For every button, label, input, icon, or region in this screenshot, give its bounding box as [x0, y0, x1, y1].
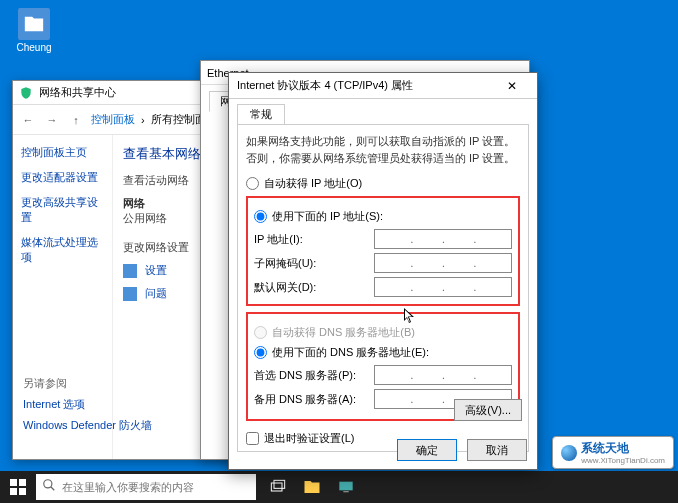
breadcrumb[interactable]: 控制面板 — [91, 112, 135, 127]
window-title: Internet 协议版本 4 (TCP/IPv4) 属性 — [237, 78, 495, 93]
gateway-input[interactable]: ... — [374, 277, 512, 297]
svg-rect-7 — [274, 480, 285, 488]
shield-icon — [19, 86, 33, 100]
close-button[interactable]: ✕ — [495, 76, 529, 96]
sidebar-media-stream[interactable]: 媒体流式处理选项 — [21, 235, 104, 265]
gateway-label: 默认网关(D): — [254, 280, 374, 295]
globe-icon — [561, 445, 577, 461]
forward-button[interactable]: → — [43, 111, 61, 129]
radio-auto-dns: 自动获得 DNS 服务器地址(B) — [254, 325, 512, 340]
ip-address-label: IP 地址(I): — [254, 232, 374, 247]
description-text: 如果网络支持此功能，则可以获取自动指派的 IP 设置。否则，你需要从网络系统管理… — [246, 133, 520, 166]
start-button[interactable] — [0, 471, 36, 503]
taskbar-search[interactable] — [36, 474, 256, 500]
alternate-dns-label: 备用 DNS 服务器(A): — [254, 392, 374, 407]
windows-icon — [10, 479, 26, 495]
watermark-url: www.XiTongTianDi.com — [581, 457, 665, 465]
watermark: 系统天地 www.XiTongTianDi.com — [552, 436, 674, 469]
radio-input[interactable] — [254, 210, 267, 223]
radio-input[interactable] — [246, 177, 259, 190]
ip-address-input[interactable]: ... — [374, 229, 512, 249]
preferred-dns-input[interactable]: ... — [374, 365, 512, 385]
see-also: 另请参阅 Internet 选项 Windows Defender 防火墙 — [23, 376, 152, 439]
svg-rect-8 — [339, 482, 352, 491]
settings-icon — [123, 264, 137, 278]
svg-rect-9 — [343, 491, 348, 492]
svg-rect-6 — [271, 483, 282, 491]
radio-input[interactable] — [254, 346, 267, 359]
back-button[interactable]: ← — [19, 111, 37, 129]
radio-label: 使用下面的 DNS 服务器地址(E): — [272, 345, 429, 360]
folder-icon — [18, 8, 50, 40]
folder-icon — [303, 478, 321, 496]
radio-label: 使用下面的 IP 地址(S): — [272, 209, 383, 224]
task-view-icon — [270, 479, 286, 495]
watermark-brand: 系统天地 — [581, 441, 629, 455]
desktop-icon-label: Cheung — [16, 42, 51, 53]
taskbar — [0, 471, 678, 503]
search-input[interactable] — [62, 481, 250, 493]
radio-auto-ip[interactable]: 自动获得 IP 地址(O) — [246, 176, 520, 191]
ok-button[interactable]: 确定 — [397, 439, 457, 461]
sidebar-advanced-sharing[interactable]: 更改高级共享设置 — [21, 195, 104, 225]
advanced-button[interactable]: 高级(V)... — [454, 399, 522, 421]
see-also-title: 另请参阅 — [23, 376, 152, 391]
window-titlebar[interactable]: Internet 协议版本 4 (TCP/IPv4) 属性 ✕ — [229, 73, 537, 99]
checkbox-label: 退出时验证设置(L) — [264, 431, 354, 446]
manual-ip-section: 使用下面的 IP 地址(S): IP 地址(I): ... 子网掩码(U): .… — [246, 196, 520, 306]
preferred-dns-label: 首选 DNS 服务器(P): — [254, 368, 374, 383]
sidebar-adapter-settings[interactable]: 更改适配器设置 — [21, 170, 104, 185]
checkbox-input[interactable] — [246, 432, 259, 445]
radio-label: 自动获得 DNS 服务器地址(B) — [272, 325, 415, 340]
tcp-ipv4-properties-dialog: Internet 协议版本 4 (TCP/IPv4) 属性 ✕ 常规 如果网络支… — [228, 72, 538, 470]
svg-point-4 — [44, 480, 52, 488]
subnet-mask-label: 子网掩码(U): — [254, 256, 374, 271]
tab-general[interactable]: 常规 — [237, 104, 285, 125]
sidebar-home[interactable]: 控制面板主页 — [21, 145, 104, 160]
svg-rect-2 — [10, 488, 17, 495]
defender-firewall-link[interactable]: Windows Defender 防火墙 — [23, 418, 152, 433]
monitor-icon — [338, 479, 354, 495]
svg-line-5 — [51, 487, 55, 491]
svg-rect-0 — [10, 479, 17, 486]
desktop-user-folder[interactable]: Cheung — [12, 8, 56, 53]
internet-options-link[interactable]: Internet 选项 — [23, 397, 152, 412]
up-button[interactable]: ↑ — [67, 111, 85, 129]
setup-link[interactable]: 设置 — [145, 263, 167, 278]
window-title: 网络和共享中心 — [39, 85, 116, 100]
task-view-button[interactable] — [262, 471, 294, 503]
radio-use-ip[interactable]: 使用下面的 IP 地址(S): — [254, 209, 512, 224]
diagnose-link[interactable]: 问题 — [145, 286, 167, 301]
radio-use-dns[interactable]: 使用下面的 DNS 服务器地址(E): — [254, 345, 512, 360]
radio-label: 自动获得 IP 地址(O) — [264, 176, 362, 191]
taskbar-app-settings[interactable] — [330, 471, 362, 503]
svg-rect-1 — [19, 479, 26, 486]
taskbar-app-explorer[interactable] — [296, 471, 328, 503]
svg-rect-3 — [19, 488, 26, 495]
subnet-mask-input[interactable]: ... — [374, 253, 512, 273]
cancel-button[interactable]: 取消 — [467, 439, 527, 461]
network-name: 网络 — [123, 197, 145, 209]
radio-input — [254, 326, 267, 339]
diagnose-icon — [123, 287, 137, 301]
search-icon — [42, 478, 56, 496]
